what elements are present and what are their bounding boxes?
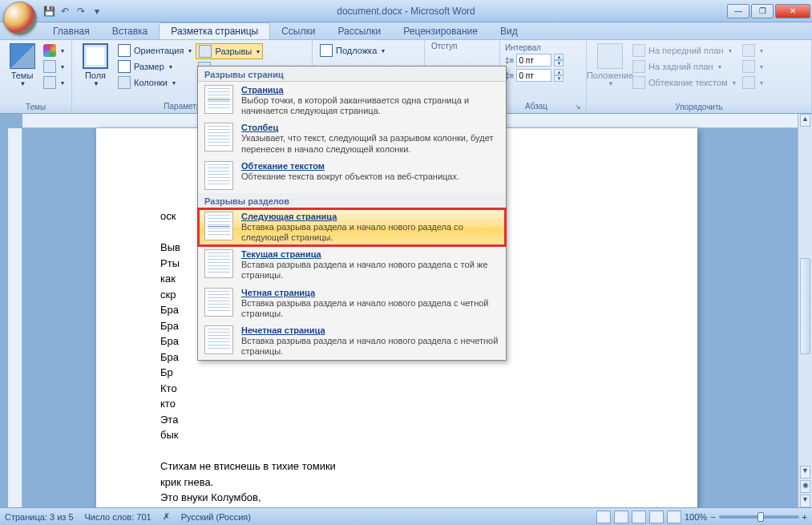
status-language[interactable]: Русский (Россия): [181, 512, 251, 522]
size-icon: [118, 60, 131, 73]
menu-item-text-wrapping-break[interactable]: Обтекание текстомОбтекание текста вокруг…: [198, 158, 506, 193]
group-spacing: Интервал ‡≡ ▲▼ ‡≡ ▲▼ Абзац↘: [500, 40, 587, 113]
view-print-layout-button[interactable]: [596, 511, 611, 523]
send-back-button[interactable]: На задний план▾: [630, 59, 738, 74]
scrollbar-thumb[interactable]: [800, 258, 810, 354]
breaks-dropdown: Разрывы страниц СтраницаВыбор точки, в к…: [197, 66, 507, 361]
effects-icon: [43, 76, 56, 89]
group-themes: Темы ▼ ▾ ▾ ▾ Темы: [0, 40, 72, 113]
odd-page-section-icon: [204, 325, 233, 354]
themes-button[interactable]: Темы ▼: [5, 42, 39, 89]
window-title: document.docx - Microsoft Word: [337, 6, 475, 17]
tab-mailings[interactable]: Рассылки: [326, 23, 392, 39]
zoom-slider-handle[interactable]: [757, 512, 764, 522]
position-icon: [597, 43, 623, 69]
vertical-scrollbar[interactable]: ▲ ▼ ◉ ▼: [798, 114, 812, 507]
spacing-before-input[interactable]: ‡≡ ▲▼: [505, 54, 581, 67]
menu-item-column-break[interactable]: СтолбецУказывает, что текст, следующий з…: [198, 119, 506, 157]
minimize-button[interactable]: —: [727, 4, 749, 18]
window-controls: — ❐ ✕: [727, 4, 812, 18]
bring-front-button[interactable]: На передний план▾: [630, 43, 738, 58]
text-wrapping-icon: [204, 161, 233, 190]
text-wrap-icon: [632, 76, 645, 89]
group-label-arrange: Упорядочить: [587, 103, 811, 111]
margins-button[interactable]: Поля ▼: [77, 42, 114, 89]
rotate-icon: [742, 76, 755, 89]
page-break-icon: [204, 85, 233, 114]
margins-icon: [83, 43, 108, 69]
even-page-section-icon: [204, 288, 233, 317]
group-label-paragraph: Абзац↘: [500, 102, 586, 111]
column-break-icon: [204, 123, 233, 151]
maximize-button[interactable]: ❐: [751, 4, 774, 18]
paragraph-launcher[interactable]: ↘: [572, 102, 584, 111]
size-button[interactable]: Размер▾: [115, 59, 194, 74]
watermark-button[interactable]: Подложка▾: [317, 43, 419, 58]
menu-item-page-break[interactable]: СтраницаВыбор точки, в которой заканчива…: [198, 82, 506, 119]
redo-icon[interactable]: ↷: [74, 4, 88, 18]
zoom-in-button[interactable]: +: [802, 512, 807, 522]
themes-icon: [10, 43, 35, 69]
tab-view[interactable]: Вид: [489, 23, 529, 39]
text-wrap-button[interactable]: Обтекание текстом▾: [630, 75, 738, 90]
view-outline-button[interactable]: [649, 511, 664, 523]
view-full-screen-button[interactable]: [614, 511, 628, 523]
align-button[interactable]: ▾: [740, 43, 766, 58]
group-label-themes: Темы: [0, 103, 71, 111]
menu-item-even-page-section[interactable]: Четная страницаВставка разрыва раздела и…: [198, 285, 506, 322]
send-back-icon: [632, 60, 645, 73]
rotate-button[interactable]: ▾: [740, 75, 766, 90]
breaks-button[interactable]: Разрывы▾: [196, 43, 263, 59]
spacing-after-input[interactable]: ‡≡ ▲▼: [505, 69, 581, 82]
spin-up-icon[interactable]: ▲: [554, 54, 564, 60]
status-word-count[interactable]: Число слов: 701: [85, 512, 151, 522]
tab-insert[interactable]: Вставка: [101, 23, 160, 39]
save-icon[interactable]: 💾: [42, 4, 56, 18]
view-draft-button[interactable]: [667, 511, 681, 523]
qat-customize-icon[interactable]: ▾: [90, 4, 104, 18]
tab-page-layout[interactable]: Разметка страницы: [159, 22, 270, 39]
status-page[interactable]: Страница: 3 из 5: [5, 512, 74, 522]
scroll-up-icon[interactable]: ▲: [800, 114, 810, 127]
dropdown-section-section-breaks: Разрывы разделов: [198, 193, 506, 208]
tab-review[interactable]: Рецензирование: [392, 23, 489, 39]
breaks-icon: [199, 45, 212, 58]
watermark-icon: [320, 44, 333, 57]
colors-icon: [43, 44, 56, 57]
menu-item-next-page-section[interactable]: Следующая страницаВставка разрыва раздел…: [198, 208, 506, 246]
group-arrange: Положение▼ На передний план▾ На задний п…: [587, 40, 812, 113]
fonts-icon: [43, 60, 56, 73]
view-web-layout-button[interactable]: [632, 511, 646, 523]
group-button[interactable]: ▾: [740, 59, 766, 74]
prev-page-icon[interactable]: ◉: [800, 480, 810, 493]
undo-icon[interactable]: ↶: [58, 4, 72, 18]
tab-references[interactable]: Ссылки: [270, 23, 326, 39]
next-page-icon[interactable]: ▼: [800, 495, 810, 507]
bring-front-icon: [632, 44, 645, 57]
zoom-slider[interactable]: [719, 515, 799, 519]
menu-item-continuous-section[interactable]: Текущая страницаВставка разрыва раздела …: [198, 246, 506, 284]
theme-fonts-button[interactable]: ▾: [41, 59, 67, 74]
quick-access-toolbar: 💾 ↶ ↷ ▾: [42, 4, 104, 18]
status-bar: Страница: 3 из 5 Число слов: 701 ✗ Русск…: [0, 507, 812, 525]
spin-down-icon[interactable]: ▼: [554, 60, 564, 67]
tab-home[interactable]: Главная: [42, 23, 101, 39]
next-page-section-icon: [204, 212, 233, 240]
align-icon: [742, 44, 755, 57]
scroll-down-icon[interactable]: ▼: [800, 466, 810, 479]
position-button[interactable]: Положение▼: [592, 42, 628, 89]
status-proofing-icon[interactable]: ✗: [163, 511, 170, 522]
theme-colors-button[interactable]: ▾: [41, 43, 67, 58]
ribbon-tabs: Главная Вставка Разметка страницы Ссылки…: [0, 22, 812, 40]
zoom-out-button[interactable]: −: [710, 512, 715, 522]
columns-button[interactable]: Колонки▾: [115, 75, 194, 90]
vertical-ruler[interactable]: [8, 128, 22, 507]
theme-effects-button[interactable]: ▾: [41, 75, 67, 90]
dropdown-section-page-breaks: Разрывы страниц: [198, 67, 506, 82]
orientation-button[interactable]: Ориентация▾: [115, 43, 194, 58]
close-button[interactable]: ✕: [775, 4, 810, 18]
office-button[interactable]: [3, 2, 37, 35]
titlebar: 💾 ↶ ↷ ▾ document.docx - Microsoft Word —…: [0, 0, 812, 22]
menu-item-odd-page-section[interactable]: Нечетная страницаВставка разрыва раздела…: [198, 322, 506, 360]
zoom-level[interactable]: 100%: [685, 512, 707, 522]
